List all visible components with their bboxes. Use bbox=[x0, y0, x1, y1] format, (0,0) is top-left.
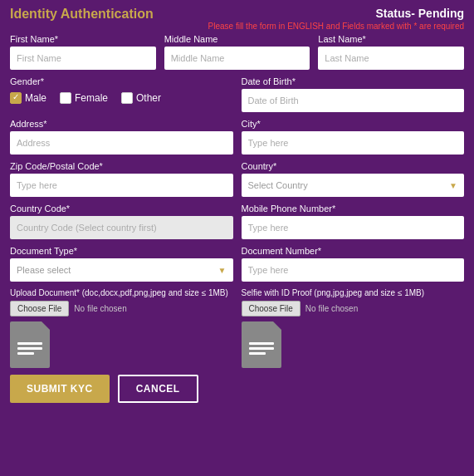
status-area: Status- Pending Please fill the form in … bbox=[208, 7, 464, 31]
gender-male-option[interactable]: Male bbox=[10, 92, 46, 104]
mobile-label: Mobile Phone Number* bbox=[242, 204, 465, 213]
gender-other-option[interactable]: Other bbox=[121, 92, 161, 104]
mobile-input[interactable] bbox=[242, 216, 465, 239]
selfie-doc-line-3 bbox=[249, 352, 266, 355]
gender-dob-row: Gender* Male Female Other bbox=[10, 76, 464, 112]
last-name-field: Last Name* bbox=[318, 34, 464, 70]
country-label: Country* bbox=[242, 161, 465, 171]
selfie-doc-lines bbox=[249, 342, 274, 355]
selfie-button[interactable]: Choose File bbox=[242, 301, 301, 317]
country-code-input bbox=[10, 216, 233, 239]
gender-options: Male Female Other bbox=[10, 92, 233, 104]
country-select[interactable]: Select Country bbox=[242, 174, 465, 197]
page-container: Identity Authentication Status- Pending … bbox=[0, 0, 474, 413]
country-field: Country* Select Country bbox=[242, 161, 465, 197]
middle-name-field: Middle Name bbox=[164, 34, 310, 70]
dob-label: Date of Birth* bbox=[242, 76, 465, 86]
status-label: Status- Pending bbox=[208, 7, 464, 20]
document-number-field: Document Number* bbox=[242, 246, 465, 282]
selfie-doc-line-1 bbox=[249, 342, 274, 345]
document-type-field: Document Type* Please select Passport Dr… bbox=[10, 246, 233, 282]
document-number-label: Document Number* bbox=[242, 246, 465, 256]
gender-other-label: Other bbox=[136, 92, 161, 104]
form-section: First Name* Middle Name Last Name* Gende… bbox=[10, 34, 464, 403]
gender-other-checkbox[interactable] bbox=[121, 92, 133, 104]
address-field: Address* bbox=[10, 119, 233, 155]
country-select-wrapper: Select Country bbox=[242, 174, 465, 197]
selfie-field: Selfie with ID Proof (png,jpg,jpeg and s… bbox=[242, 288, 465, 368]
doc-line-1 bbox=[17, 342, 42, 345]
selfie-doc-line-2 bbox=[249, 347, 274, 350]
document-type-select[interactable]: Please select Passport Driver License Na… bbox=[10, 258, 233, 282]
dob-input[interactable] bbox=[242, 89, 465, 112]
upload-section: Upload Document* (doc,docx,pdf,png,jpeg … bbox=[10, 288, 464, 368]
gender-female-option[interactable]: Female bbox=[60, 92, 108, 104]
first-name-field: First Name* bbox=[10, 34, 156, 70]
document-type-select-wrapper: Please select Passport Driver License Na… bbox=[10, 258, 233, 282]
selfie-wrapper: Choose File No file chosen bbox=[242, 301, 465, 317]
doc-lines bbox=[17, 342, 42, 355]
city-label: City* bbox=[242, 119, 465, 129]
name-row: First Name* Middle Name Last Name* bbox=[10, 34, 464, 70]
upload-doc-button[interactable]: Choose File bbox=[10, 301, 69, 317]
middle-name-input[interactable] bbox=[164, 47, 310, 70]
gender-field: Gender* Male Female Other bbox=[10, 76, 233, 112]
gender-female-checkbox[interactable] bbox=[60, 92, 71, 104]
zip-field: Zip Code/Postal Code* bbox=[10, 161, 233, 197]
doc-line-3 bbox=[17, 352, 34, 355]
selfie-label: Selfie with ID Proof (png,jpg,jpeg and s… bbox=[242, 288, 465, 297]
address-city-row: Address* City* bbox=[10, 119, 464, 155]
upload-doc-label: Upload Document* (doc,docx,pdf,png,jpeg … bbox=[10, 288, 233, 297]
country-code-label: Country Code* bbox=[10, 204, 233, 213]
upload-doc-no-file: No file chosen bbox=[74, 304, 126, 313]
city-input[interactable] bbox=[242, 131, 465, 155]
upload-doc-field: Upload Document* (doc,docx,pdf,png,jpeg … bbox=[10, 288, 233, 368]
doc-line-2 bbox=[17, 347, 42, 350]
required-note: Please fill the form in ENGLISH and Fiel… bbox=[208, 22, 464, 31]
last-name-input[interactable] bbox=[318, 47, 464, 70]
last-name-label: Last Name* bbox=[318, 34, 464, 44]
header: Identity Authentication Status- Pending … bbox=[10, 7, 464, 31]
city-field: City* bbox=[242, 119, 465, 155]
zip-label: Zip Code/Postal Code* bbox=[10, 161, 233, 171]
page-title: Identity Authentication bbox=[10, 7, 154, 22]
first-name-input[interactable] bbox=[10, 47, 156, 70]
gender-female-label: Female bbox=[75, 92, 108, 104]
selfie-no-file: No file chosen bbox=[305, 304, 358, 313]
dob-field: Date of Birth* bbox=[242, 76, 465, 112]
action-buttons: SUBMIT KYC CANCEL bbox=[10, 375, 464, 403]
address-label: Address* bbox=[10, 119, 233, 129]
zip-country-row: Zip Code/Postal Code* Country* Select Co… bbox=[10, 161, 464, 197]
country-code-field: Country Code* bbox=[10, 204, 233, 239]
middle-name-label: Middle Name bbox=[164, 34, 310, 44]
mobile-field: Mobile Phone Number* bbox=[242, 204, 465, 239]
cancel-button[interactable]: CANCEL bbox=[118, 375, 198, 403]
submit-button[interactable]: SUBMIT KYC bbox=[10, 375, 110, 403]
upload-doc-icon bbox=[10, 321, 50, 368]
upload-doc-wrapper: Choose File No file chosen bbox=[10, 301, 233, 317]
gender-male-label: Male bbox=[25, 92, 46, 104]
address-input[interactable] bbox=[10, 131, 233, 155]
gender-label: Gender* bbox=[10, 76, 233, 86]
zip-input[interactable] bbox=[10, 174, 233, 197]
first-name-label: First Name* bbox=[10, 34, 156, 44]
code-mobile-row: Country Code* Mobile Phone Number* bbox=[10, 204, 464, 239]
doc-type-number-row: Document Type* Please select Passport Dr… bbox=[10, 246, 464, 282]
gender-male-checkbox[interactable] bbox=[10, 92, 22, 104]
selfie-doc-icon bbox=[242, 321, 281, 368]
document-type-label: Document Type* bbox=[10, 246, 233, 256]
document-number-input[interactable] bbox=[242, 258, 465, 282]
